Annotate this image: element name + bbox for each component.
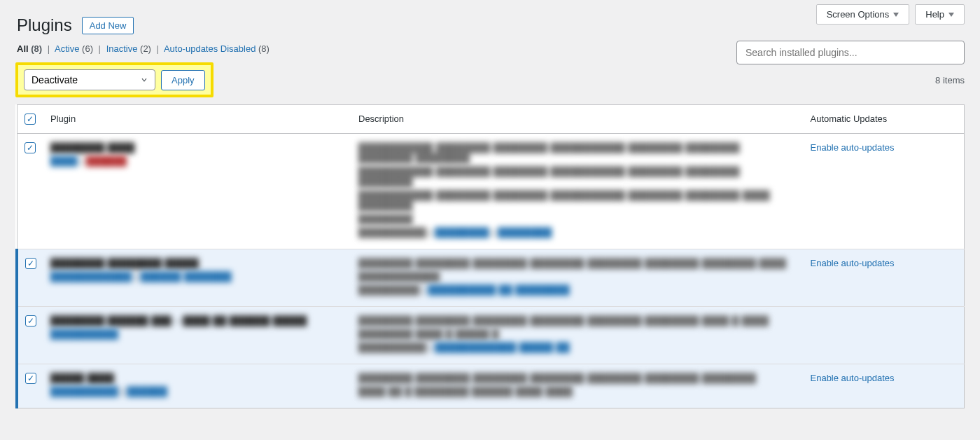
desc-meta-redacted: █████████ | ██████████ ██ ████████ <box>358 284 797 295</box>
filter-all-label: All <box>17 43 29 54</box>
desc-redacted: ████████ ████████ ████████ ████████ ████… <box>358 315 797 326</box>
enable-auto-updates-link[interactable]: Enable auto-updates <box>811 142 895 153</box>
table-header-row: Plugin Description Automatic Updates <box>17 105 965 134</box>
apply-button[interactable]: Apply <box>161 70 205 90</box>
caret-down-icon <box>948 13 954 17</box>
desc-redacted: ████ ██ █ ████████ ██████ ████ ████ <box>358 386 797 397</box>
filter-auto-disabled-count: (8) <box>258 43 270 54</box>
filter-all[interactable]: All (8) <box>17 43 45 54</box>
desc-redacted: ███████████ ████████ ████████ ██████████… <box>358 142 797 163</box>
plugin-actions-redacted: ████ | ██████ <box>50 156 344 166</box>
separator: | <box>154 43 162 54</box>
caret-down-icon <box>893 13 899 17</box>
row-checkbox[interactable] <box>24 142 36 153</box>
table-row: ████████ ████████ █████ ████████████ | █… <box>17 249 965 307</box>
plugin-name-redacted: █████ ████ <box>50 373 344 383</box>
header-select-all <box>17 105 43 134</box>
filter-auto-disabled-label: Auto-updates Disabled <box>164 43 256 54</box>
filter-all-count: (8) <box>31 43 42 54</box>
filter-inactive-label: Inactive <box>106 43 138 54</box>
plugin-name-redacted: ████████ ██████ ███ – ████ ██ ██████ ███… <box>50 315 344 326</box>
desc-redacted: ████████ ████████ ████████ ████████ ████… <box>358 373 797 383</box>
select-all-checkbox[interactable] <box>24 114 36 125</box>
bulk-actions-highlight: Deactivate Apply <box>15 62 214 97</box>
description-cell: ████████ ████████ ████████ ████████ ████… <box>351 364 804 408</box>
description-cell: ████████ ████████ ████████ ████████ ████… <box>351 307 804 364</box>
bulk-action-select[interactable]: Deactivate <box>24 69 155 90</box>
header-description[interactable]: Description <box>351 105 804 134</box>
top-controls: Screen Options Help <box>816 4 965 25</box>
table-row: █████ ████ ██████████ | ██████ ████████ … <box>17 364 965 408</box>
enable-auto-updates-link[interactable]: Enable auto-updates <box>811 373 895 383</box>
plugins-table: Plugin Description Automatic Updates ███… <box>15 104 965 408</box>
separator: | <box>96 43 104 54</box>
desc-redacted: ████████ <box>358 214 797 224</box>
desc-redacted: ███████████ ████████ ████████ ██████████… <box>358 166 797 187</box>
desc-redacted: ████████████ <box>358 271 797 282</box>
enable-auto-updates-link[interactable]: Enable auto-updates <box>811 258 895 268</box>
filter-inactive[interactable]: Inactive (2) <box>106 43 154 54</box>
auto-update-cell: Enable auto-updates <box>804 134 965 249</box>
row-checkbox[interactable] <box>25 258 36 269</box>
header-auto-updates[interactable]: Automatic Updates <box>804 105 965 134</box>
help-button[interactable]: Help <box>915 4 965 25</box>
plugin-cell: ████████ ████ ████ | ██████ <box>43 134 351 249</box>
plugin-actions-redacted: ████████████ | ██████ ███████ <box>50 271 344 282</box>
description-cell: ███████████ ████████ ████████ ██████████… <box>351 134 804 249</box>
filter-active-count: (6) <box>82 43 93 54</box>
plugin-cell: ████████ ██████ ███ – ████ ██ ██████ ███… <box>43 307 351 364</box>
screen-options-label: Screen Options <box>827 9 890 20</box>
separator: | <box>45 43 52 54</box>
auto-update-cell: Enable auto-updates <box>804 249 965 307</box>
row-checkbox[interactable] <box>25 315 36 326</box>
desc-meta-redacted: ██████████ | ████████████ █████ ██ <box>358 342 797 352</box>
plugin-actions-redacted: ██████████ | ██████ <box>50 386 344 397</box>
screen-options-button[interactable]: Screen Options <box>816 4 910 25</box>
desc-meta-redacted: ██████████ | ████████ | ████████ <box>358 227 797 238</box>
help-label: Help <box>925 9 944 20</box>
plugin-name-redacted: ████████ ████████ █████ <box>50 258 344 268</box>
filter-active-label: Active <box>55 43 79 54</box>
row-checkbox[interactable] <box>25 373 36 384</box>
items-count: 8 items <box>935 75 965 85</box>
description-cell: ████████ ████████ ████████ ████████ ████… <box>351 249 804 307</box>
add-new-button[interactable]: Add New <box>82 17 134 34</box>
search-wrap <box>736 41 965 64</box>
bulk-actions-row: Deactivate Apply 8 items <box>0 61 980 104</box>
table-row: ████████ ██████ ███ – ████ ██ ██████ ███… <box>17 307 965 364</box>
search-plugins-input[interactable] <box>736 41 965 64</box>
page-title: Plugins <box>17 15 72 35</box>
plugin-cell: ████████ ████████ █████ ████████████ | █… <box>43 249 351 307</box>
plugin-actions-redacted: ██████████ <box>50 329 344 339</box>
auto-update-cell: Enable auto-updates <box>804 364 965 408</box>
auto-update-cell <box>804 307 965 364</box>
filter-inactive-count: (2) <box>140 43 151 54</box>
plugin-name-redacted: ████████ ████ <box>50 142 344 153</box>
desc-redacted: ███████████ ████████ ████████ ██████████… <box>358 190 797 211</box>
desc-redacted: ████████ ████ █ █████ █ <box>358 329 797 339</box>
plugin-cell: █████ ████ ██████████ | ██████ <box>43 364 351 408</box>
desc-redacted: ████████ ████████ ████████ ████████ ████… <box>358 258 797 268</box>
filter-active[interactable]: Active (6) <box>55 43 96 54</box>
header-plugin[interactable]: Plugin <box>43 105 351 134</box>
filter-auto-updates-disabled[interactable]: Auto-updates Disabled (8) <box>164 43 270 54</box>
table-row: ████████ ████ ████ | ██████ ███████████ … <box>17 134 965 249</box>
